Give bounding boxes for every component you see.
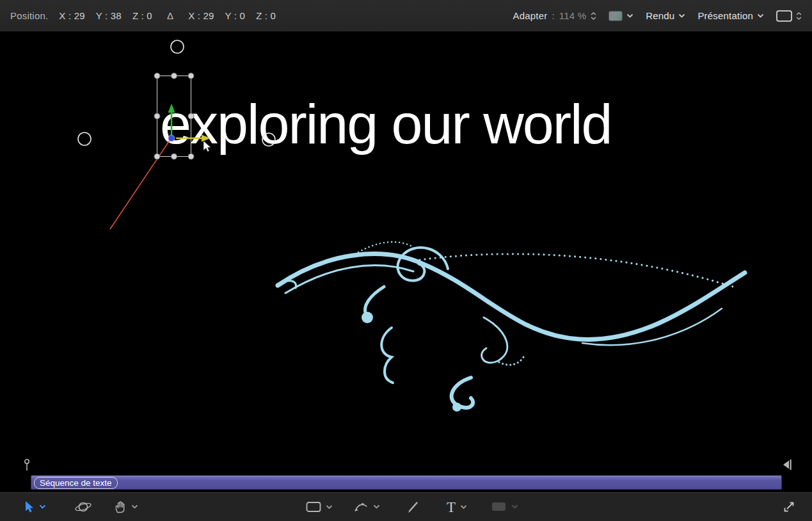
presentation-menu-label: Présentation <box>697 10 753 21</box>
mouse-cursor <box>203 141 211 152</box>
select-arrow-icon <box>23 501 35 513</box>
delta-x: X : 29 <box>188 10 214 21</box>
mask-rect-icon <box>491 502 507 512</box>
view-layout-icon <box>776 10 792 22</box>
mini-timeline[interactable]: Séquence de texte <box>0 474 812 492</box>
stepper-up-icon <box>591 12 596 15</box>
canvas[interactable]: exploring our world <box>0 32 812 456</box>
rectangle-icon <box>306 501 321 512</box>
position-z: Z : 0 <box>132 10 152 21</box>
chevron-down-icon <box>678 13 685 18</box>
play-range-end-marker-icon[interactable] <box>783 460 792 470</box>
view-layout-stepper[interactable] <box>796 12 802 20</box>
orbit-3d-tool[interactable] <box>74 500 92 514</box>
play-range-start-pin-icon[interactable] <box>22 458 31 471</box>
chevron-down-icon[interactable] <box>326 504 333 509</box>
anchor-point[interactable] <box>168 135 175 141</box>
track-point-circle[interactable] <box>171 40 184 53</box>
color-well-icon <box>609 11 623 21</box>
selection-handle[interactable] <box>171 154 177 159</box>
track-point-circle[interactable] <box>262 133 275 146</box>
select-transform-tool[interactable] <box>23 501 46 513</box>
tool-bar: T <box>0 492 812 521</box>
position-x: X : 29 <box>59 10 84 21</box>
selection-bounding-box[interactable] <box>154 73 194 159</box>
transform-axes[interactable] <box>168 104 211 142</box>
track-point-circles[interactable] <box>78 40 275 146</box>
stepper-down-icon <box>796 17 802 20</box>
paint-stroke-tool[interactable] <box>407 501 420 513</box>
zoom-value: 114 % <box>559 10 586 21</box>
axis-arrow-x-head[interactable] <box>202 135 211 142</box>
rectangle-shape-tool[interactable] <box>306 501 333 512</box>
text-tool[interactable]: T <box>447 499 467 514</box>
view-layout-control[interactable] <box>776 10 802 22</box>
stepper-up-icon <box>796 12 802 15</box>
render-menu-label: Rendu <box>646 10 674 21</box>
selection-handle[interactable] <box>154 154 160 159</box>
axis-arrow-y-head[interactable] <box>168 104 175 113</box>
hand-icon <box>114 501 127 513</box>
chevron-down-icon[interactable] <box>131 504 138 509</box>
zoom-stepper[interactable] <box>591 12 596 20</box>
sequence-label: Séquence de texte <box>34 477 118 489</box>
selection-handle[interactable] <box>188 154 194 159</box>
render-menu[interactable]: Rendu <box>646 10 685 21</box>
chevron-down-icon <box>511 504 518 509</box>
selection-handle[interactable] <box>171 73 177 79</box>
red-guide-line <box>110 140 170 229</box>
fullscreen-expand-button[interactable] <box>783 501 795 513</box>
delta-z: Z : 0 <box>256 10 276 21</box>
pen-curve-icon <box>353 501 369 513</box>
selection-handle[interactable] <box>154 113 160 119</box>
stepper-down-icon <box>591 17 596 20</box>
flourish-graphic[interactable] <box>278 242 745 412</box>
chevron-down-icon[interactable] <box>373 504 380 509</box>
sequence-bar[interactable]: Séquence de texte <box>31 476 782 490</box>
brush-stroke-icon <box>407 501 420 513</box>
selection-handle[interactable] <box>188 73 194 79</box>
mask-tool-disabled <box>491 502 518 512</box>
delta-y: Y : 0 <box>225 10 246 21</box>
chevron-down-icon <box>626 13 633 18</box>
chevron-down-icon <box>757 13 764 18</box>
zoom-control[interactable]: Adapter : 114 % <box>513 10 596 21</box>
channels-popup[interactable] <box>609 11 633 21</box>
delta-symbol: Δ <box>167 10 173 21</box>
chevron-down-icon[interactable] <box>460 504 467 509</box>
zoom-colon: : <box>552 10 554 21</box>
motion-canvas-window: Position. X : 29 Y : 38 Z : 0 Δ X : 29 Y… <box>0 0 812 521</box>
text-tool-icon: T <box>447 499 456 514</box>
expand-arrows-icon <box>783 501 795 513</box>
chevron-down-icon[interactable] <box>39 504 46 509</box>
zoom-label: Adapter <box>513 10 547 21</box>
presentation-menu[interactable]: Présentation <box>697 10 764 21</box>
orbit-icon <box>74 500 92 514</box>
selection-handle[interactable] <box>188 113 194 119</box>
timeline-ruler[interactable] <box>0 456 812 474</box>
selection-handle[interactable] <box>154 73 160 79</box>
track-point-circle[interactable] <box>78 132 91 145</box>
status-bar: Position. X : 29 Y : 38 Z : 0 Δ X : 29 Y… <box>0 0 812 32</box>
pan-hand-tool[interactable] <box>114 501 138 513</box>
bezier-pen-tool[interactable] <box>353 501 380 513</box>
position-label: Position. <box>10 10 48 21</box>
canvas-overlay <box>0 32 812 456</box>
position-y: Y : 38 <box>96 10 122 21</box>
position-readout: Position. X : 29 Y : 38 Z : 0 Δ X : 29 Y… <box>10 10 276 21</box>
selection-rect[interactable] <box>157 76 191 157</box>
